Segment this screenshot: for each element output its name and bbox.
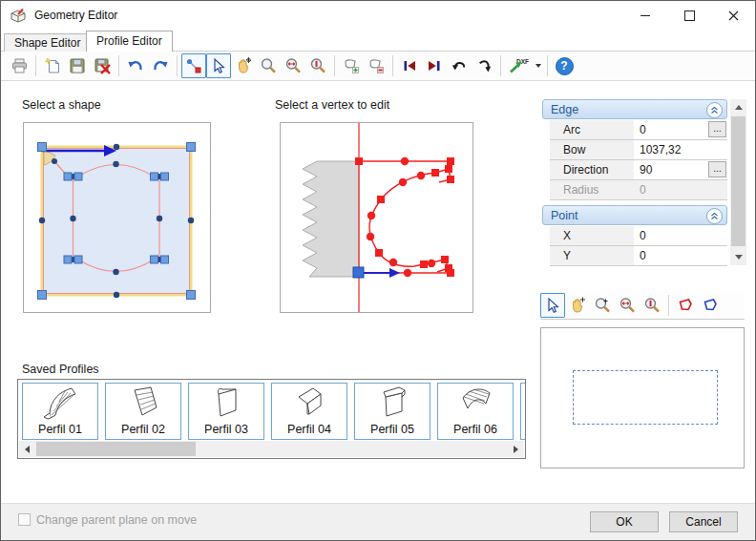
scroll-right-button[interactable] (508, 441, 524, 457)
preview-zoom-extents-button[interactable] (640, 293, 664, 318)
profile-tile-1[interactable]: Perfil 01 (22, 383, 98, 440)
delete-saved-button[interactable] (90, 53, 115, 78)
add-vertex-button[interactable] (339, 53, 364, 78)
help-button[interactable]: ? (552, 53, 577, 78)
app-icon (10, 8, 27, 23)
reverse-direction-button[interactable] (447, 53, 472, 78)
dxf-export-button[interactable]: DXF (505, 53, 543, 78)
group-title: Edge (551, 103, 578, 116)
new-profile-button[interactable] (40, 53, 65, 78)
group-title: Point (551, 209, 578, 222)
zoom-button[interactable] (256, 53, 281, 78)
minimize-button[interactable] (623, 1, 667, 30)
tab-profile-editor[interactable]: Profile Editor (86, 31, 173, 52)
profile-mid-circles[interactable] (367, 157, 435, 277)
down-arrow-icon (735, 255, 743, 260)
profile-tile-3[interactable]: Perfil 03 (188, 383, 264, 440)
toolbar-separator (177, 55, 178, 76)
scrollbar-thumb[interactable] (36, 442, 196, 456)
delete-save-icon (94, 57, 111, 74)
collapse-chevron-icon[interactable] (706, 102, 723, 118)
zoom-window-icon (619, 297, 636, 314)
window-title: Geometry Editor (34, 9, 117, 22)
red-profile-view-button[interactable] (673, 293, 698, 318)
preview-zoom-in-button[interactable] (590, 293, 615, 318)
profile-tile-5[interactable]: Perfil 05 (354, 383, 430, 440)
saved-profiles-list: Perfil 01 Perfil 02 Perfil 03 (17, 379, 526, 459)
profile-tile-2[interactable]: Perfil 02 (105, 383, 181, 440)
go-first-icon (401, 57, 418, 74)
profile-tile-7-partial[interactable] (520, 383, 526, 440)
undo-icon (127, 57, 144, 74)
print-button[interactable] (7, 53, 32, 78)
plane-preview-canvas[interactable] (540, 327, 745, 468)
scroll-down-button[interactable] (730, 249, 746, 265)
remove-vertex-button[interactable] (364, 53, 388, 78)
edit-segment-button[interactable] (181, 53, 206, 78)
tab-shape-editor[interactable]: Shape Editor (4, 33, 91, 52)
property-row-bow: Bow 1037,32 (550, 140, 727, 160)
scroll-left-button[interactable] (19, 441, 35, 457)
select-tool-button[interactable] (206, 53, 231, 78)
clamp-shape (303, 161, 359, 277)
maximize-button[interactable] (667, 1, 711, 30)
rotate-button[interactable] (472, 53, 496, 78)
undo-button[interactable] (123, 53, 148, 78)
preview-pan-button[interactable] (565, 293, 590, 318)
redo-button[interactable] (148, 53, 173, 78)
pan-tool-button[interactable] (231, 53, 256, 78)
go-last-button[interactable] (422, 53, 447, 78)
vertex-panel-label: Select a vertex to edit (275, 98, 389, 112)
zoom-window-button[interactable] (281, 53, 305, 78)
property-row-direction: Direction 90 ... (550, 160, 727, 180)
property-value-field[interactable]: 0 ... (634, 120, 727, 139)
shape-panel-label: Select a shape (22, 98, 101, 112)
property-row-arc: Arc 0 ... (550, 120, 727, 140)
zoom-extents-button[interactable] (305, 53, 330, 78)
print-icon (10, 57, 29, 74)
shape-preview-canvas[interactable] (23, 122, 211, 313)
tab-strip: Shape Editor Profile Editor (1, 30, 755, 52)
direction-editor-button[interactable]: ... (708, 161, 726, 177)
profile-tile-label: Perfil 03 (189, 423, 263, 436)
blue-profile-view-button[interactable] (698, 293, 723, 318)
go-first-button[interactable] (397, 53, 422, 78)
profile-tile-label: Perfil 04 (272, 423, 346, 436)
property-value-field[interactable]: 0 (634, 226, 727, 245)
zoom-extents-icon (309, 57, 326, 74)
close-button[interactable] (711, 1, 755, 30)
vertex-edit-canvas[interactable] (280, 122, 473, 313)
group-header-edge[interactable]: Edge (542, 99, 727, 119)
ok-button[interactable]: OK (590, 511, 659, 532)
scroll-up-button[interactable] (730, 99, 746, 115)
property-value: 0 (640, 229, 646, 242)
profile-tile-6[interactable]: Perfil 06 (437, 383, 514, 440)
property-grid-scrollbar[interactable] (730, 99, 746, 265)
property-value-field[interactable]: 0 (634, 246, 727, 265)
profile-thumbnail (38, 385, 82, 423)
group-header-point[interactable]: Point (542, 205, 727, 225)
vertex-drawing (281, 123, 472, 312)
cancel-button[interactable]: Cancel (669, 511, 738, 532)
preview-select-button[interactable] (540, 293, 565, 318)
scrollbar-thumb[interactable] (731, 116, 746, 246)
footer-bar: Change parent plane on move OK Cancel (1, 503, 755, 540)
property-label: Y (550, 246, 634, 265)
save-button[interactable] (65, 53, 90, 78)
profile-tile-label: Perfil 01 (23, 423, 97, 436)
property-row-radius: Radius 0 (550, 180, 727, 200)
property-label: Radius (550, 180, 634, 199)
zoom-in-icon (594, 297, 611, 314)
property-value: 1037,32 (640, 143, 681, 156)
title-bar[interactable]: Geometry Editor (1, 1, 755, 30)
profile-tile-4[interactable]: Perfil 04 (271, 383, 347, 440)
selected-vertex-handle[interactable] (353, 267, 364, 278)
property-value-field[interactable]: 90 ... (634, 160, 727, 179)
property-value-field[interactable]: 1037,32 (634, 140, 727, 159)
arc-editor-button[interactable]: ... (708, 121, 726, 137)
add-vertex-icon (343, 57, 360, 74)
dxf-export-icon: DXF (508, 57, 533, 74)
preview-zoom-window-button[interactable] (615, 293, 640, 318)
profiles-scrollbar[interactable] (19, 441, 524, 457)
collapse-chevron-icon[interactable] (706, 208, 723, 224)
